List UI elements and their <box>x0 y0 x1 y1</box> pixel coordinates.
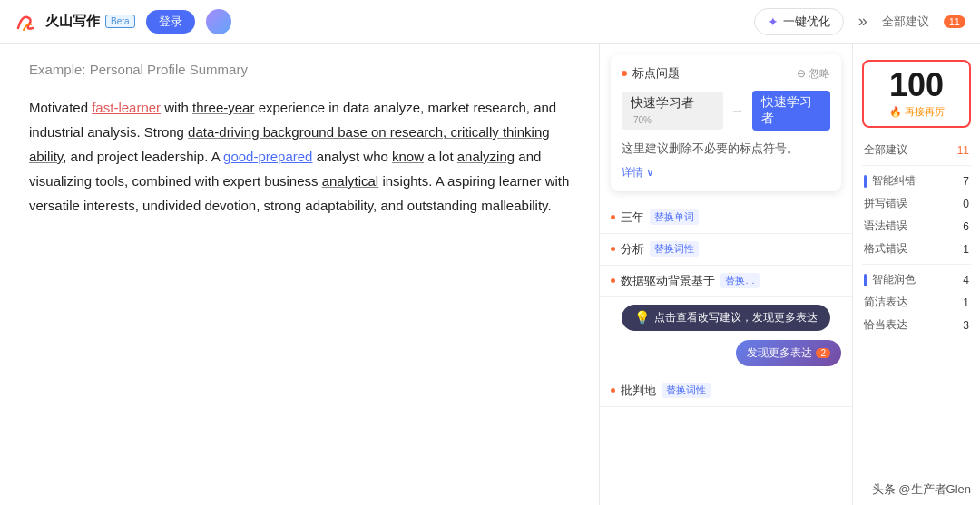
suggestion-tag-3[interactable]: 替换词性 <box>662 383 710 398</box>
suggestion-label-2: 数据驱动背景基于 <box>621 273 715 289</box>
right-count-cat-2: 6 <box>963 220 969 233</box>
right-item-style-0[interactable]: 智能润色 4 <box>853 268 980 291</box>
optimize-icon: ✦ <box>768 15 779 29</box>
card-type-dot <box>622 71 627 76</box>
accent-bar-0 <box>864 175 867 188</box>
text-alot: a lot <box>424 149 457 164</box>
beta-badge: Beta <box>105 15 135 28</box>
card-detail-button[interactable]: 详情 ∨ <box>622 165 830 180</box>
suggestion-item-0[interactable]: 三年 替换单词 <box>600 202 852 234</box>
three-year-text: three-year <box>192 100 254 115</box>
right-label-style-0: 智能润色 <box>872 272 916 287</box>
score-number: 100 <box>869 69 964 102</box>
suggestion-item-1[interactable]: 分析 替换词性 <box>600 234 852 266</box>
suggestions-count: 11 <box>944 15 965 28</box>
accent-bar-style-0 <box>864 274 867 286</box>
text-analyst: analyst who <box>312 149 392 164</box>
right-item-all[interactable]: 全部建议 11 <box>853 139 980 161</box>
good-prepared-text: good-prepared <box>223 149 312 164</box>
score-box: 100 🔥 再接再厉 <box>862 60 971 128</box>
right-item-style-1[interactable]: 简洁表达 1 <box>853 291 980 314</box>
watermark: 头条 @生产者Glen <box>872 481 971 498</box>
suggestion-dot-1 <box>611 247 615 251</box>
suggestion-card: 标点问题 ⊖ 忽略 快速学习者 70% → 快速学习者 这里建议删除不必要的标点… <box>611 54 841 191</box>
right-label-style-1: 简洁表达 <box>864 295 907 310</box>
right-item-cat-2[interactable]: 语法错误 6 <box>853 215 980 238</box>
right-item-cat-1[interactable]: 拼写错误 0 <box>853 192 980 215</box>
right-item-cat-3[interactable]: 格式错误 1 <box>853 238 980 260</box>
suggestion-label-0: 三年 <box>621 209 644 226</box>
right-label-cat-1: 拼写错误 <box>864 196 907 211</box>
right-label-cat-3: 格式错误 <box>864 241 907 257</box>
discover-label: 发现更多表达 <box>747 345 812 361</box>
analyzing-text: analyzing <box>457 149 514 164</box>
login-button[interactable]: 登录 <box>146 10 195 34</box>
right-label-style-2: 恰当表达 <box>864 317 907 333</box>
suggestion-item-3[interactable]: 批判地 替换词性 <box>600 375 852 407</box>
main-area: Example: Personal Profile Summary Motiva… <box>0 44 980 505</box>
avatar-button[interactable] <box>206 9 231 34</box>
logo-icon <box>15 12 40 32</box>
chevron-down-icon: ∨ <box>646 166 654 179</box>
card-type-label: 标点问题 <box>632 65 680 82</box>
right-item-style-2[interactable]: 恰当表达 3 <box>853 314 980 336</box>
right-count-cat-1: 0 <box>963 198 969 210</box>
suggestion-dot-3 <box>611 388 615 393</box>
suggestion-dot-0 <box>611 215 615 219</box>
suggestion-dot-2 <box>611 278 615 283</box>
doc-content: Motivated fast-learner with three-year e… <box>29 95 570 218</box>
right-panel: 100 🔥 再接再厉 全部建议 11 智能纠错 7 拼写错误 0 语法错误 <box>853 44 980 505</box>
suggestion-tag-0[interactable]: 替换单词 <box>650 209 699 225</box>
tooltip-text: 点击查看改写建议，发现更多表达 <box>654 310 818 325</box>
discover-area: 发现更多表达 2 <box>600 340 852 375</box>
suggestion-tag-2[interactable]: 替换… <box>720 273 760 288</box>
discover-count: 2 <box>816 348 830 358</box>
right-count-cat-0: 7 <box>963 175 969 188</box>
fast-learner-text: fast-learner <box>92 100 161 115</box>
right-label-cat-2: 语法错误 <box>864 219 907 234</box>
doc-title: Example: Personal Profile Summary <box>29 62 570 77</box>
tooltip-bar: 💡 点击查看改写建议，发现更多表达 <box>600 305 852 340</box>
card-header: 标点问题 ⊖ 忽略 <box>622 65 830 82</box>
editor-area[interactable]: Example: Personal Profile Summary Motiva… <box>0 44 599 505</box>
suggestions-label: 全部建议 <box>882 14 929 30</box>
ignore-icon: ⊖ <box>797 67 806 80</box>
suggestion-item-2[interactable]: 数据驱动背景基于 替换… <box>600 266 852 297</box>
text-with: with <box>161 100 192 115</box>
right-item-cat-0[interactable]: 智能纠错 7 <box>853 170 980 192</box>
card-type-area: 标点问题 <box>622 65 680 82</box>
ignore-label: 忽略 <box>808 66 830 82</box>
suggestion-label-1: 分析 <box>621 241 644 257</box>
right-count-style-2: 3 <box>963 319 969 332</box>
more-button[interactable]: » <box>855 12 871 31</box>
right-label-all: 全部建议 <box>864 142 907 158</box>
right-count-style-0: 4 <box>963 274 969 286</box>
right-label-cat-0: 智能纠错 <box>872 173 916 189</box>
bulb-icon: 💡 <box>634 310 650 325</box>
right-count-all: 11 <box>957 144 969 157</box>
optimize-button[interactable]: ✦ 一键优化 <box>754 8 844 35</box>
original-word-text: 快速学习者 <box>631 95 694 110</box>
divider-2 <box>862 264 971 265</box>
header: 火山写作 Beta 登录 ✦ 一键优化 » 全部建议 11 <box>0 0 980 44</box>
score-subtitle-text: 再接再厉 <box>905 105 945 119</box>
right-count-style-1: 1 <box>963 296 969 309</box>
suggestion-tag-1[interactable]: 替换词性 <box>650 241 699 257</box>
arrow-icon: → <box>730 102 745 119</box>
divider-1 <box>862 165 971 166</box>
word-suggested-button[interactable]: 快速学习者 <box>752 91 830 131</box>
discover-button[interactable]: 发现更多表达 2 <box>736 340 841 366</box>
right-count-cat-3: 1 <box>963 243 969 256</box>
text-and: , and project leadership. A <box>63 149 223 164</box>
score-subtitle: 🔥 再接再厉 <box>869 105 964 119</box>
cat-0-label-area: 智能纠错 <box>864 173 916 189</box>
fire-icon: 🔥 <box>889 106 902 118</box>
card-ignore-button[interactable]: ⊖ 忽略 <box>797 66 830 82</box>
word-comparison: 快速学习者 70% → 快速学习者 <box>622 91 830 131</box>
tooltip-bubble: 💡 点击查看改写建议，发现更多表达 <box>622 305 830 331</box>
style-0-label-area: 智能润色 <box>864 272 916 287</box>
logo-area: 火山写作 Beta <box>15 12 135 32</box>
know-text: know <box>392 149 424 164</box>
card-description: 这里建议删除不必要的标点符号。 <box>622 140 830 158</box>
original-word-tag: 70% <box>633 115 652 125</box>
